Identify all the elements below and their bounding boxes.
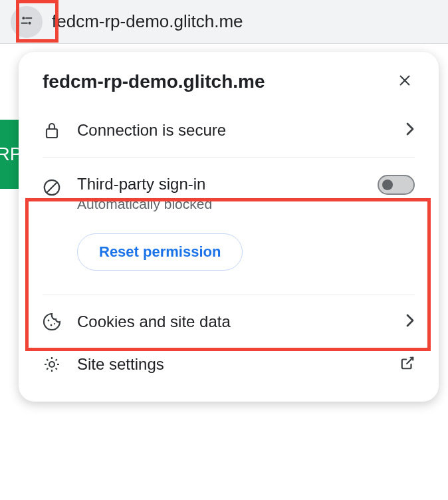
close-icon [397,78,412,90]
gear-icon [43,355,61,374]
address-url[interactable]: fedcm-rp-demo.glitch.me [52,11,243,32]
svg-point-10 [51,324,53,326]
site-settings-label: Site settings [77,355,400,374]
cookie-icon [43,312,61,331]
chevron-right-icon [405,122,415,139]
svg-line-8 [47,182,57,193]
blocked-circle-icon [43,178,61,197]
third-party-signin-section: Third-party sign-in Automatically blocke… [19,163,439,289]
chevron-right-icon [405,313,415,330]
close-button[interactable] [395,70,415,93]
cookies-label: Cookies and site data [77,312,405,331]
svg-rect-6 [47,129,57,138]
third-party-signin-subtitle: Automatically blocked [77,196,378,212]
toggle-knob [382,180,393,190]
third-party-signin-toggle[interactable] [378,175,415,195]
divider [43,295,415,295]
connection-label: Connection is secure [77,121,405,140]
page-background-stripe: RP [0,120,19,189]
third-party-signin-title: Third-party sign-in [77,175,378,193]
popup-title: fedcm-rp-demo.glitch.me [43,71,265,92]
site-info-popup: fedcm-rp-demo.glitch.me Connection is se… [19,52,439,402]
svg-point-12 [49,362,55,367]
annotation-highlight-site-info [16,0,58,43]
svg-point-11 [54,323,55,324]
lock-icon [43,122,61,139]
divider [43,157,415,158]
site-settings-row[interactable]: Site settings [19,343,439,386]
connection-secure-row[interactable]: Connection is secure [19,109,439,152]
reset-permission-button[interactable]: Reset permission [77,233,243,271]
address-bar: fedcm-rp-demo.glitch.me [0,0,448,44]
external-link-icon [400,356,415,373]
cookies-row[interactable]: Cookies and site data [19,301,439,343]
svg-point-9 [48,320,50,322]
